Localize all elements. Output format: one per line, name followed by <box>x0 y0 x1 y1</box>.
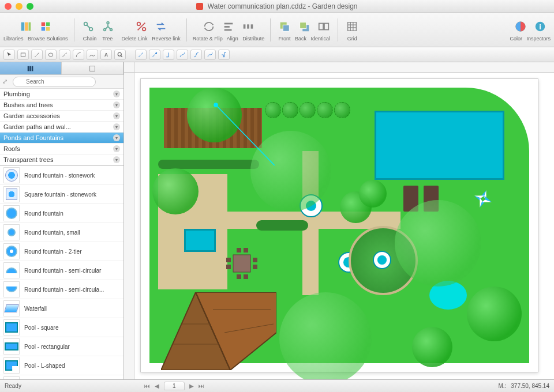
tree[interactable] <box>187 88 242 142</box>
library-item[interactable]: Round fountain - 2-tier <box>0 242 123 261</box>
category-collapse-icon[interactable]: ▾ <box>113 101 120 108</box>
tree-transparent[interactable] <box>250 131 331 212</box>
reverse-link-label: Reverse link <box>152 36 181 42</box>
line-tool[interactable] <box>31 50 43 60</box>
distribute-button[interactable] <box>240 18 256 35</box>
libraries-button[interactable] <box>18 18 34 35</box>
category-label: Garden accessories <box>3 112 60 119</box>
smart-conn-tool[interactable] <box>218 50 230 60</box>
reverse-link-button[interactable] <box>153 18 169 35</box>
round-conn-tool[interactable] <box>190 50 202 60</box>
angle-line-tool[interactable] <box>163 50 174 60</box>
hedge[interactable] <box>256 220 308 231</box>
library-item[interactable]: Pool - rectangular <box>0 337 123 356</box>
center-fountain[interactable] <box>373 251 391 269</box>
library-item[interactable]: Waterfall <box>0 299 123 318</box>
semi2-icon <box>3 281 20 297</box>
back-button[interactable] <box>296 18 312 35</box>
hedge[interactable] <box>158 160 259 169</box>
library-category[interactable]: Roofs▾ <box>0 144 123 154</box>
umbrella[interactable] <box>473 189 493 209</box>
expand-icon[interactable]: ⤢ <box>2 78 10 85</box>
direct-line-tool[interactable] <box>135 50 147 60</box>
bezier-conn-tool[interactable] <box>204 50 216 60</box>
library-item[interactable]: Round fountain - semi-circula... <box>0 280 123 299</box>
category-collapse-icon[interactable]: ▾ <box>113 112 120 119</box>
tree[interactable] <box>467 287 522 341</box>
library-search-input[interactable] <box>13 77 96 87</box>
category-collapse-icon[interactable]: ▾ <box>113 156 120 163</box>
connector-tool[interactable] <box>59 50 70 60</box>
page-nav-prev[interactable]: ◀ <box>155 383 159 389</box>
traffic-lights <box>5 3 33 10</box>
category-collapse-icon[interactable]: ▾ <box>113 134 120 141</box>
svg-rect-46 <box>233 255 250 272</box>
tree[interactable] <box>359 180 387 208</box>
library-item[interactable]: Square fountain - stonework <box>0 185 123 204</box>
tree-button[interactable] <box>100 18 116 35</box>
house-roof[interactable] <box>161 292 276 370</box>
page-nav-last[interactable]: ⏭ <box>199 383 204 389</box>
arrow-line-tool[interactable] <box>149 50 160 60</box>
inspectors-button[interactable]: i <box>532 18 548 35</box>
tree[interactable] <box>152 168 199 214</box>
mouse-label: M.: <box>498 383 506 389</box>
vertical-ruler[interactable] <box>124 73 134 379</box>
swimming-pool[interactable] <box>375 111 504 180</box>
arc-tool[interactable] <box>73 50 84 60</box>
drawing-canvas[interactable] <box>134 73 554 379</box>
browse-solutions-button[interactable] <box>38 18 54 35</box>
svg-rect-1 <box>25 22 28 31</box>
tree-transparent[interactable] <box>279 292 372 379</box>
small-pool[interactable] <box>184 229 216 252</box>
ellipse-tool[interactable] <box>45 50 57 60</box>
status-bar: Ready ⏮ ◀ 1 ▶ ⏭ M.: 377.50, 845.14 <box>0 379 554 392</box>
library-item[interactable]: Round fountain, small <box>0 223 123 242</box>
rect-tool[interactable] <box>17 50 29 60</box>
library-item[interactable]: Round fountain <box>0 204 123 223</box>
category-collapse-icon[interactable]: ▾ <box>113 145 120 152</box>
sidebar-tab-libraries[interactable] <box>0 62 62 74</box>
text-tool[interactable]: A <box>100 50 112 60</box>
library-item[interactable]: Round fountain - semi-circular <box>0 261 123 280</box>
patio-table-set[interactable] <box>222 246 262 282</box>
front-button[interactable] <box>276 18 293 35</box>
svg-rect-14 <box>224 22 233 24</box>
page-tab[interactable]: 1 <box>164 382 185 390</box>
library-item[interactable]: Pool - L-shaped <box>0 356 123 375</box>
page-nav-first[interactable]: ⏮ <box>144 383 150 389</box>
zoom-window-button[interactable] <box>27 3 33 10</box>
chain-button[interactable] <box>80 18 96 35</box>
library-category[interactable]: Garden accessories▾ <box>0 111 123 122</box>
tree-transparent[interactable] <box>395 200 481 287</box>
library-category[interactable]: Transparent trees▾ <box>0 154 123 165</box>
delete-link-button[interactable] <box>133 18 149 35</box>
library-category[interactable]: Garden paths and wal...▾ <box>0 122 123 133</box>
tree[interactable] <box>412 327 452 367</box>
spline-tool[interactable] <box>87 50 98 60</box>
library-item[interactable]: Round fountain - stonework <box>0 166 123 185</box>
curve-conn-tool[interactable] <box>177 50 188 60</box>
category-collapse-icon[interactable]: ▾ <box>113 91 120 97</box>
library-item[interactable]: Pool - 2-tier <box>0 375 123 379</box>
category-collapse-icon[interactable]: ▾ <box>113 123 120 130</box>
minimize-window-button[interactable] <box>16 3 23 10</box>
align-button[interactable] <box>220 18 237 35</box>
sidebar-tab-shapes[interactable] <box>62 62 123 74</box>
inspectors-label: Inspectors <box>526 36 551 42</box>
library-category[interactable]: Ponds and Fountains▾ <box>0 133 123 144</box>
rotate-flip-button[interactable] <box>201 18 217 35</box>
shrub-row[interactable] <box>265 102 350 118</box>
library-item[interactable]: Pool - square <box>0 318 123 337</box>
identical-button[interactable] <box>316 18 332 35</box>
pointer-tool[interactable] <box>3 50 15 60</box>
grid-button[interactable] <box>344 18 360 35</box>
horizontal-ruler[interactable] <box>134 62 554 73</box>
library-category[interactable]: Bushes and trees▾ <box>0 100 123 111</box>
color-button[interactable] <box>512 18 529 35</box>
drawing-page[interactable] <box>140 78 538 372</box>
close-window-button[interactable] <box>5 3 12 10</box>
page-nav-next[interactable]: ▶ <box>189 383 194 389</box>
library-category[interactable]: Plumbing▾ <box>0 89 123 100</box>
search-tool[interactable] <box>114 50 126 60</box>
